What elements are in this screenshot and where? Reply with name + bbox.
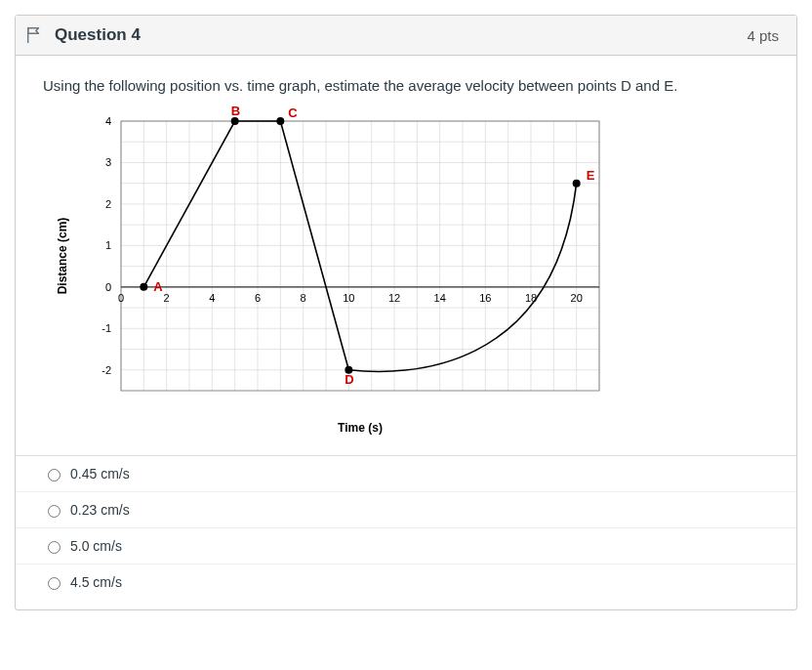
radio-input[interactable] <box>48 577 61 590</box>
svg-text:2: 2 <box>164 292 170 304</box>
svg-rect-35 <box>121 121 599 391</box>
svg-text:10: 10 <box>343 292 354 304</box>
svg-point-57 <box>140 283 147 291</box>
svg-point-65 <box>573 180 581 188</box>
answer-option[interactable]: 0.23 cm/s <box>16 492 796 528</box>
question-header: Question 4 4 pts <box>16 16 796 56</box>
question-title: Question 4 <box>55 25 747 45</box>
radio-input[interactable] <box>48 505 61 518</box>
question-card: Question 4 4 pts Using the following pos… <box>15 15 797 610</box>
radio-input[interactable] <box>48 469 61 482</box>
svg-point-61 <box>276 117 284 125</box>
question-prompt: Using the following position vs. time gr… <box>43 77 769 94</box>
svg-text:18: 18 <box>525 292 537 304</box>
svg-text:B: B <box>231 105 240 118</box>
flag-icon[interactable] <box>25 25 43 45</box>
svg-text:3: 3 <box>105 156 111 168</box>
svg-text:1: 1 <box>105 239 111 251</box>
option-label: 5.0 cm/s <box>70 538 122 554</box>
radio-input[interactable] <box>48 541 61 554</box>
svg-text:-1: -1 <box>102 322 111 334</box>
answer-option[interactable]: 0.45 cm/s <box>16 456 796 492</box>
svg-text:Time (s): Time (s) <box>338 421 383 435</box>
svg-text:4: 4 <box>209 292 215 304</box>
question-body: Using the following position vs. time gr… <box>16 56 796 609</box>
svg-text:14: 14 <box>434 292 446 304</box>
svg-text:8: 8 <box>301 292 306 304</box>
answer-option[interactable]: 4.5 cm/s <box>16 565 796 600</box>
svg-text:2: 2 <box>105 198 111 210</box>
svg-text:C: C <box>288 105 298 120</box>
svg-text:0: 0 <box>118 292 124 304</box>
option-label: 0.45 cm/s <box>70 466 130 482</box>
answer-options: 0.45 cm/s 0.23 cm/s 5.0 cm/s 4.5 cm/s <box>16 455 796 600</box>
svg-text:-2: -2 <box>102 364 111 376</box>
svg-text:16: 16 <box>479 292 491 304</box>
option-label: 4.5 cm/s <box>70 574 122 590</box>
question-points: 4 pts <box>747 27 779 44</box>
option-label: 0.23 cm/s <box>70 502 130 518</box>
position-time-chart: 02468101214161820-2-101234Time (s)Distan… <box>43 105 629 438</box>
svg-text:0: 0 <box>105 281 111 293</box>
svg-text:12: 12 <box>388 292 400 304</box>
svg-text:4: 4 <box>105 115 111 127</box>
svg-text:E: E <box>587 168 595 183</box>
svg-text:A: A <box>153 279 163 294</box>
svg-text:6: 6 <box>255 292 261 304</box>
svg-text:D: D <box>345 372 353 387</box>
answer-option[interactable]: 5.0 cm/s <box>16 528 796 565</box>
svg-point-59 <box>231 117 239 125</box>
svg-text:20: 20 <box>571 292 583 304</box>
svg-text:Distance (cm): Distance (cm) <box>56 218 69 295</box>
